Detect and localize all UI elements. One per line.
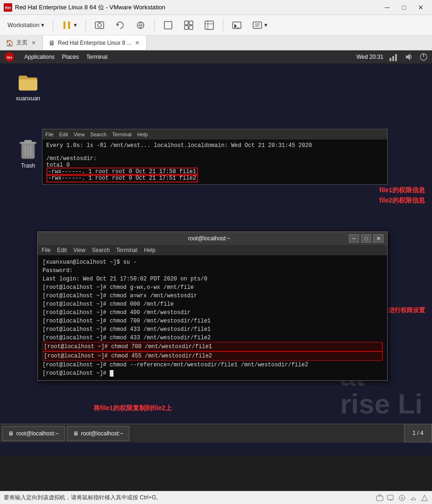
term-line-3: [root@localhost ~]# chmod g-wx,o-wx /mnt…	[42, 283, 382, 292]
taskbar-item-2[interactable]: 🖥 root@localhost:~	[67, 426, 130, 441]
console-button[interactable]	[228, 18, 246, 32]
watch-menu-edit[interactable]: Edit	[59, 132, 68, 137]
cmd-highlight-file1: [root@localhost ~]# chmod 700 /mnt/westo…	[42, 342, 382, 351]
folder-icon	[17, 71, 39, 93]
snapshot-icon	[94, 20, 105, 30]
view-icon	[252, 20, 262, 30]
maximize-button[interactable]: □	[397, 1, 411, 14]
menu-places[interactable]: Places	[62, 54, 79, 60]
term-close-btn[interactable]: ✕	[373, 234, 383, 243]
title-bar: RH Red Hat Enterprise Linux 8 64 位 - VMw…	[0, 0, 432, 15]
watch-menu-view[interactable]: View	[74, 132, 85, 137]
snapshot-button[interactable]	[91, 18, 108, 32]
term-line-9: [root@localhost ~]# chmod 433 /mnt/westo…	[42, 334, 382, 342]
clock-display: Wed 20:31	[356, 54, 383, 60]
network-icon	[135, 20, 146, 30]
toolbar-separator-4	[223, 19, 223, 32]
tab-rhel-close[interactable]: ✕	[134, 40, 141, 46]
term-line-5: [root@localhost ~]# chmod 000 /mnt/file	[42, 300, 382, 308]
svg-rect-19	[390, 58, 391, 61]
desktop-icon-xuanxuan[interactable]: xuanxuan	[9, 69, 47, 104]
status-icon-2	[387, 494, 395, 502]
vm-clock-area: Wed 20:31	[356, 52, 428, 62]
svg-rect-20	[392, 56, 394, 61]
status-icon-3: ⚙	[398, 494, 406, 502]
file2-annotation: file2的权限信息	[379, 196, 425, 205]
taskbar-icon-1: 🖥	[8, 430, 14, 437]
watch-terminal-window[interactable]: File Edit View Search Terminal Help Ever…	[42, 129, 388, 185]
watch-menu-terminal[interactable]: Terminal	[112, 132, 132, 137]
svg-rect-14	[205, 21, 213, 29]
main-term-title: root@localhost:~	[70, 235, 349, 242]
menu-terminal[interactable]: Terminal	[86, 54, 107, 60]
tab-home-label: 主页	[16, 39, 28, 47]
tab-rhel[interactable]: 🖥 Red Hat Enterprise Linux 8 ... ✕	[43, 35, 147, 50]
watch-menu-help[interactable]: Help	[137, 132, 148, 137]
svg-rect-11	[189, 21, 193, 25]
unity-button[interactable]	[200, 18, 218, 32]
cmd-highlight-file2: [root@localhost ~]# chmod 455 /mnt/westo…	[42, 351, 382, 361]
watch-menu-file[interactable]: File	[45, 132, 54, 137]
main-menu-terminal[interactable]: Terminal	[116, 247, 137, 253]
svg-rect-9	[164, 21, 172, 29]
main-term-content: [xuanxuan@localhost ~]$ su - Password: L…	[38, 255, 387, 380]
main-menu-help[interactable]: Help	[144, 247, 156, 253]
svg-point-5	[98, 23, 101, 27]
unity-icon	[204, 20, 214, 30]
svg-rect-13	[189, 26, 193, 29]
main-menu-file[interactable]: File	[42, 247, 50, 253]
console-icon	[232, 20, 242, 30]
taskbar-label-1: root@localhost:~	[16, 430, 59, 437]
watch-menu-search[interactable]: Search	[90, 132, 106, 137]
svg-text:RH: RH	[5, 6, 11, 10]
toolbar: Workstation ▾ ▾	[0, 15, 432, 35]
page-indicator: 1 / 4	[404, 424, 432, 442]
fullscreen-button[interactable]	[180, 18, 198, 32]
pause-button[interactable]: ▾	[58, 18, 81, 32]
term-line-13: [root@localhost ~]#	[42, 369, 382, 378]
main-menu-search[interactable]: Search	[92, 247, 110, 253]
network-button[interactable]	[132, 18, 149, 32]
home-icon: 🏠	[6, 39, 14, 47]
main-term-titlebar: root@localhost:~ ─ □ ✕	[38, 232, 387, 245]
close-button[interactable]: ✕	[413, 1, 428, 14]
file2-perm-highlight: -rwx------. 1 root root 0 Oct 21 17:51 f…	[46, 174, 198, 182]
taskbar-label-2: root@localhost:~	[81, 430, 124, 437]
window-controls: ─ □ ✕	[380, 1, 428, 14]
svg-marker-7	[117, 23, 119, 26]
status-icon-4	[410, 494, 417, 502]
fit-button[interactable]	[159, 18, 177, 32]
svg-rect-32	[24, 140, 32, 143]
fit-icon	[163, 20, 173, 30]
term-minimize-btn[interactable]: ─	[349, 234, 359, 243]
workstation-label: Workstation	[7, 21, 39, 28]
status-icons: ⚙	[376, 494, 428, 502]
tab-home[interactable]: 🏠 主页 ✕	[0, 35, 43, 50]
menu-applications[interactable]: Applications	[24, 54, 55, 60]
tab-home-close[interactable]: ✕	[30, 40, 37, 46]
term-maximize-btn[interactable]: □	[361, 234, 371, 243]
app-icon: RH	[4, 3, 12, 12]
main-terminal-window[interactable]: root@localhost:~ ─ □ ✕ File Edit View Se…	[37, 231, 388, 381]
svg-rect-21	[395, 54, 397, 61]
taskbar-item-1[interactable]: 🖥 root@localhost:~	[2, 426, 65, 441]
desktop-icon-trash[interactable]: Trash	[9, 136, 47, 171]
tab-rhel-label: Red Hat Enterprise Linux 8 ...	[58, 40, 131, 46]
vm-icon: 🖥	[49, 39, 55, 47]
window-title: Red Hat Enterprise Linux 8 64 位 - VMware…	[15, 3, 380, 12]
svg-rect-2	[64, 21, 65, 29]
minimize-button[interactable]: ─	[380, 1, 395, 14]
taskbar: 🖥 root@localhost:~ 🖥 root@localhost:~	[0, 424, 432, 442]
view-button[interactable]: ▾	[248, 18, 271, 32]
svg-rect-4	[95, 22, 104, 28]
watch-line-3: /mnt/westosdir:	[46, 155, 383, 162]
toolbar-separator-1	[53, 19, 53, 32]
view-dropdown: ▾	[264, 21, 268, 28]
main-menu-view[interactable]: View	[73, 247, 85, 253]
main-term-menubar: File Edit View Search Terminal Help	[38, 245, 387, 255]
main-term-controls: ─ □ ✕	[349, 234, 383, 243]
revert-button[interactable]	[111, 18, 129, 32]
main-menu-edit[interactable]: Edit	[57, 247, 67, 253]
term-line-12: [root@localhost ~]# chmod --reference=/m…	[42, 361, 382, 369]
workstation-menu[interactable]: Workstation ▾	[4, 20, 48, 30]
